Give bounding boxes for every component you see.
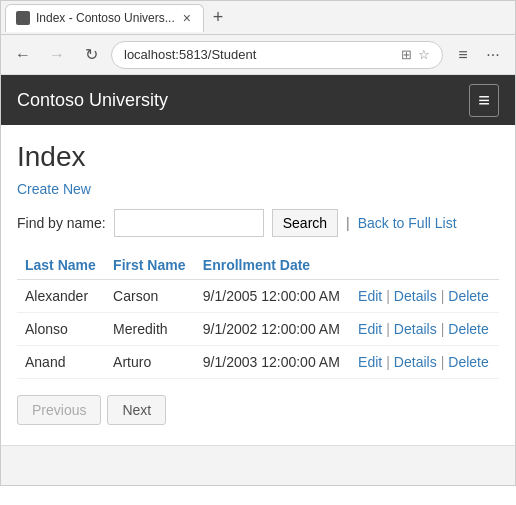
nav-title: Contoso University — [17, 90, 168, 111]
menu-button[interactable]: ≡ — [449, 41, 477, 69]
pipe-separator: | — [386, 321, 390, 337]
search-bar: Find by name: Search | Back to Full List — [17, 209, 499, 237]
forward-button[interactable]: → — [43, 41, 71, 69]
address-bar[interactable]: localhost:5813/Student ⊞ ☆ — [111, 41, 443, 69]
new-tab-button[interactable]: + — [204, 4, 232, 32]
refresh-button[interactable]: ↻ — [77, 41, 105, 69]
back-button[interactable]: ← — [9, 41, 37, 69]
pipe-separator: | — [441, 354, 445, 370]
previous-button[interactable]: Previous — [17, 395, 101, 425]
reader-mode-icon: ⊞ — [401, 47, 412, 62]
cell-actions: Edit|Details|Delete — [350, 346, 499, 379]
action-details-link[interactable]: Details — [394, 354, 437, 370]
cell-last-name: Alonso — [17, 313, 105, 346]
tab-title: Index - Contoso Univers... — [36, 11, 175, 25]
next-button[interactable]: Next — [107, 395, 166, 425]
toolbar-menu: ≡ ··· — [449, 41, 507, 69]
action-details-link[interactable]: Details — [394, 288, 437, 304]
tab-favicon — [16, 11, 30, 25]
action-delete-link[interactable]: Delete — [448, 354, 488, 370]
col-enrollment-date: Enrollment Date — [195, 251, 350, 280]
page-title: Index — [17, 141, 499, 173]
cell-first-name: Carson — [105, 280, 195, 313]
create-new-link[interactable]: Create New — [17, 181, 91, 197]
bottom-decor — [1, 445, 515, 485]
pagination: Previous Next — [17, 395, 499, 425]
pipe-separator: | — [441, 288, 445, 304]
separator: | — [346, 215, 350, 231]
pipe-separator: | — [386, 288, 390, 304]
cell-enrollment-date: 9/1/2005 12:00:00 AM — [195, 280, 350, 313]
more-button[interactable]: ··· — [479, 41, 507, 69]
students-table: Last Name First Name Enrollment Date Ale… — [17, 251, 499, 379]
table-row: AlonsoMeredith9/1/2002 12:00:00 AMEdit|D… — [17, 313, 499, 346]
cell-enrollment-date: 9/1/2003 12:00:00 AM — [195, 346, 350, 379]
table-row: AlexanderCarson9/1/2005 12:00:00 AMEdit|… — [17, 280, 499, 313]
nav-hamburger-button[interactable]: ≡ — [469, 84, 499, 117]
cell-last-name: Anand — [17, 346, 105, 379]
cell-last-name: Alexander — [17, 280, 105, 313]
cell-first-name: Arturo — [105, 346, 195, 379]
address-text: localhost:5813/Student — [124, 47, 395, 62]
action-links: Edit|Details|Delete — [358, 288, 491, 304]
tab-close-button[interactable]: × — [181, 11, 193, 25]
cell-enrollment-date: 9/1/2002 12:00:00 AM — [195, 313, 350, 346]
table-row: AnandArturo9/1/2003 12:00:00 AMEdit|Deta… — [17, 346, 499, 379]
action-delete-link[interactable]: Delete — [448, 288, 488, 304]
col-last-name: Last Name — [17, 251, 105, 280]
action-links: Edit|Details|Delete — [358, 354, 491, 370]
action-edit-link[interactable]: Edit — [358, 354, 382, 370]
browser-tab[interactable]: Index - Contoso Univers... × — [5, 4, 204, 32]
col-first-name: First Name — [105, 251, 195, 280]
action-delete-link[interactable]: Delete — [448, 321, 488, 337]
tab-bar: Index - Contoso Univers... × + — [1, 1, 515, 35]
cell-first-name: Meredith — [105, 313, 195, 346]
search-button[interactable]: Search — [272, 209, 338, 237]
pipe-separator: | — [441, 321, 445, 337]
cell-actions: Edit|Details|Delete — [350, 313, 499, 346]
nav-bar: Contoso University ≡ — [1, 75, 515, 125]
action-edit-link[interactable]: Edit — [358, 321, 382, 337]
pipe-separator: | — [386, 354, 390, 370]
browser-frame: Index - Contoso Univers... × + ← → ↻ loc… — [0, 0, 516, 486]
col-actions — [350, 251, 499, 280]
browser-toolbar: ← → ↻ localhost:5813/Student ⊞ ☆ ≡ ··· — [1, 35, 515, 75]
table-header-row: Last Name First Name Enrollment Date — [17, 251, 499, 280]
cell-actions: Edit|Details|Delete — [350, 280, 499, 313]
back-to-full-list-link[interactable]: Back to Full List — [358, 215, 457, 231]
bookmark-icon: ☆ — [418, 47, 430, 62]
action-edit-link[interactable]: Edit — [358, 288, 382, 304]
action-details-link[interactable]: Details — [394, 321, 437, 337]
search-input[interactable] — [114, 209, 264, 237]
action-links: Edit|Details|Delete — [358, 321, 491, 337]
page-content: Index Create New Find by name: Search | … — [1, 125, 515, 445]
find-label: Find by name: — [17, 215, 106, 231]
